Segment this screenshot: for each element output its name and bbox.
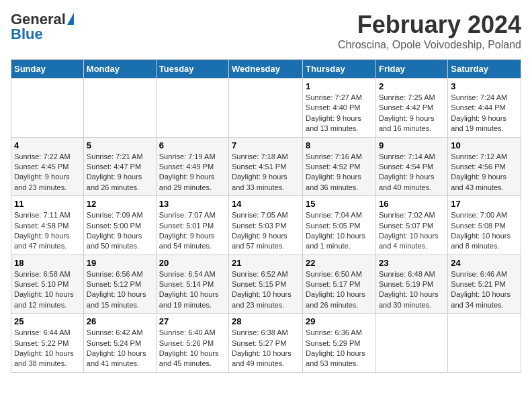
- day-number: 18: [14, 258, 81, 268]
- day-number: 27: [159, 316, 226, 326]
- day-cell: 22Sunrise: 6:50 AM Sunset: 5:17 PM Dayli…: [303, 255, 376, 314]
- day-number: 22: [306, 258, 373, 268]
- logo-triangle-icon: [67, 13, 74, 25]
- day-cell: [156, 79, 228, 138]
- day-number: 23: [379, 258, 445, 268]
- day-cell: 6Sunrise: 7:19 AM Sunset: 4:49 PM Daylig…: [156, 137, 228, 196]
- day-number: 11: [14, 199, 81, 209]
- week-row-4: 25Sunrise: 6:44 AM Sunset: 5:22 PM Dayli…: [11, 314, 521, 373]
- day-info: Sunrise: 7:19 AM Sunset: 4:49 PM Dayligh…: [159, 152, 216, 191]
- day-cell: 17Sunrise: 7:00 AM Sunset: 5:08 PM Dayli…: [448, 196, 521, 255]
- logo-blue-text: Blue: [11, 26, 43, 43]
- day-number: 8: [306, 140, 373, 150]
- day-number: 16: [379, 199, 445, 209]
- day-cell: 19Sunrise: 6:56 AM Sunset: 5:12 PM Dayli…: [83, 255, 156, 314]
- day-info: Sunrise: 7:05 AM Sunset: 5:03 PM Dayligh…: [232, 211, 288, 250]
- day-cell: 16Sunrise: 7:02 AM Sunset: 5:07 PM Dayli…: [375, 196, 447, 255]
- day-cell: 27Sunrise: 6:40 AM Sunset: 5:26 PM Dayli…: [156, 314, 228, 373]
- day-info: Sunrise: 6:44 AM Sunset: 5:22 PM Dayligh…: [14, 328, 74, 367]
- day-info: Sunrise: 7:21 AM Sunset: 4:47 PM Dayligh…: [87, 152, 143, 191]
- day-cell: 3Sunrise: 7:24 AM Sunset: 4:44 PM Daylig…: [448, 79, 521, 138]
- day-info: Sunrise: 7:04 AM Sunset: 5:05 PM Dayligh…: [306, 211, 365, 250]
- day-cell: 25Sunrise: 6:44 AM Sunset: 5:22 PM Dayli…: [11, 314, 84, 373]
- day-info: Sunrise: 6:56 AM Sunset: 5:12 PM Dayligh…: [87, 270, 146, 309]
- calendar-table: SundayMondayTuesdayWednesdayThursdayFrid…: [11, 59, 521, 373]
- day-info: Sunrise: 6:46 AM Sunset: 5:21 PM Dayligh…: [451, 270, 511, 309]
- day-info: Sunrise: 6:40 AM Sunset: 5:26 PM Dayligh…: [159, 328, 219, 367]
- day-number: 3: [451, 81, 518, 91]
- day-number: 21: [232, 258, 300, 268]
- day-number: 2: [379, 81, 445, 91]
- day-cell: 24Sunrise: 6:46 AM Sunset: 5:21 PM Dayli…: [448, 255, 521, 314]
- day-info: Sunrise: 6:52 AM Sunset: 5:15 PM Dayligh…: [232, 270, 292, 309]
- day-info: Sunrise: 7:24 AM Sunset: 4:44 PM Dayligh…: [451, 93, 507, 132]
- day-number: 15: [306, 199, 373, 209]
- day-info: Sunrise: 7:22 AM Sunset: 4:45 PM Dayligh…: [14, 152, 71, 191]
- day-info: Sunrise: 6:42 AM Sunset: 5:24 PM Dayligh…: [87, 328, 146, 367]
- day-info: Sunrise: 6:54 AM Sunset: 5:14 PM Dayligh…: [159, 270, 219, 309]
- day-info: Sunrise: 7:12 AM Sunset: 4:56 PM Dayligh…: [451, 152, 507, 191]
- title-block: February 2024 Chroscina, Opole Voivodesh…: [338, 11, 521, 51]
- day-info: Sunrise: 7:14 AM Sunset: 4:54 PM Dayligh…: [379, 152, 435, 191]
- day-number: 12: [87, 199, 153, 209]
- day-cell: 8Sunrise: 7:16 AM Sunset: 4:52 PM Daylig…: [303, 137, 376, 196]
- day-cell: 29Sunrise: 6:36 AM Sunset: 5:29 PM Dayli…: [303, 314, 376, 373]
- day-cell: 26Sunrise: 6:42 AM Sunset: 5:24 PM Dayli…: [83, 314, 156, 373]
- header-thursday: Thursday: [303, 60, 376, 79]
- day-info: Sunrise: 6:48 AM Sunset: 5:19 PM Dayligh…: [379, 270, 439, 309]
- day-info: Sunrise: 7:16 AM Sunset: 4:52 PM Dayligh…: [306, 152, 362, 191]
- day-info: Sunrise: 7:11 AM Sunset: 4:58 PM Dayligh…: [14, 211, 71, 250]
- day-info: Sunrise: 7:00 AM Sunset: 5:08 PM Dayligh…: [451, 211, 511, 250]
- day-cell: 11Sunrise: 7:11 AM Sunset: 4:58 PM Dayli…: [11, 196, 84, 255]
- logo: General Blue: [11, 11, 74, 43]
- day-cell: 1Sunrise: 7:27 AM Sunset: 4:40 PM Daylig…: [303, 79, 376, 138]
- page-header: General Blue February 2024 Chroscina, Op…: [11, 11, 521, 51]
- header-monday: Monday: [83, 60, 156, 79]
- week-row-3: 18Sunrise: 6:58 AM Sunset: 5:10 PM Dayli…: [11, 255, 521, 314]
- day-cell: 23Sunrise: 6:48 AM Sunset: 5:19 PM Dayli…: [375, 255, 447, 314]
- day-number: 17: [451, 199, 518, 209]
- day-number: 28: [232, 316, 300, 326]
- day-number: 20: [159, 258, 226, 268]
- header-sunday: Sunday: [11, 60, 84, 79]
- day-cell: 18Sunrise: 6:58 AM Sunset: 5:10 PM Dayli…: [11, 255, 84, 314]
- calendar-title: February 2024: [338, 11, 521, 39]
- day-cell: 2Sunrise: 7:25 AM Sunset: 4:42 PM Daylig…: [375, 79, 447, 138]
- header-tuesday: Tuesday: [156, 60, 228, 79]
- day-info: Sunrise: 7:27 AM Sunset: 4:40 PM Dayligh…: [306, 93, 362, 132]
- day-number: 14: [232, 199, 300, 209]
- calendar-subtitle: Chroscina, Opole Voivodeship, Poland: [338, 39, 521, 51]
- day-cell: 20Sunrise: 6:54 AM Sunset: 5:14 PM Dayli…: [156, 255, 228, 314]
- day-cell: 9Sunrise: 7:14 AM Sunset: 4:54 PM Daylig…: [375, 137, 447, 196]
- day-info: Sunrise: 7:25 AM Sunset: 4:42 PM Dayligh…: [379, 93, 435, 132]
- week-row-1: 4Sunrise: 7:22 AM Sunset: 4:45 PM Daylig…: [11, 137, 521, 196]
- day-info: Sunrise: 7:09 AM Sunset: 5:00 PM Dayligh…: [87, 211, 143, 250]
- day-cell: [229, 79, 303, 138]
- day-number: 10: [451, 140, 518, 150]
- header-wednesday: Wednesday: [229, 60, 303, 79]
- day-info: Sunrise: 7:18 AM Sunset: 4:51 PM Dayligh…: [232, 152, 288, 191]
- day-cell: 10Sunrise: 7:12 AM Sunset: 4:56 PM Dayli…: [448, 137, 521, 196]
- day-number: 5: [87, 140, 153, 150]
- day-number: 9: [379, 140, 445, 150]
- day-cell: 4Sunrise: 7:22 AM Sunset: 4:45 PM Daylig…: [11, 137, 84, 196]
- day-info: Sunrise: 7:02 AM Sunset: 5:07 PM Dayligh…: [379, 211, 439, 250]
- day-number: 6: [159, 140, 226, 150]
- day-cell: 7Sunrise: 7:18 AM Sunset: 4:51 PM Daylig…: [229, 137, 303, 196]
- day-cell: 15Sunrise: 7:04 AM Sunset: 5:05 PM Dayli…: [303, 196, 376, 255]
- day-info: Sunrise: 7:07 AM Sunset: 5:01 PM Dayligh…: [159, 211, 216, 250]
- day-info: Sunrise: 6:38 AM Sunset: 5:27 PM Dayligh…: [232, 328, 292, 367]
- day-number: 1: [306, 81, 373, 91]
- day-info: Sunrise: 6:50 AM Sunset: 5:17 PM Dayligh…: [306, 270, 365, 309]
- day-number: 26: [87, 316, 153, 326]
- header-friday: Friday: [375, 60, 447, 79]
- week-row-0: 1Sunrise: 7:27 AM Sunset: 4:40 PM Daylig…: [11, 79, 521, 138]
- day-number: 13: [159, 199, 226, 209]
- calendar-header-row: SundayMondayTuesdayWednesdayThursdayFrid…: [11, 60, 521, 79]
- day-cell: 28Sunrise: 6:38 AM Sunset: 5:27 PM Dayli…: [229, 314, 303, 373]
- day-cell: 14Sunrise: 7:05 AM Sunset: 5:03 PM Dayli…: [229, 196, 303, 255]
- day-cell: [448, 314, 521, 373]
- header-saturday: Saturday: [448, 60, 521, 79]
- day-number: 19: [87, 258, 153, 268]
- day-cell: 13Sunrise: 7:07 AM Sunset: 5:01 PM Dayli…: [156, 196, 228, 255]
